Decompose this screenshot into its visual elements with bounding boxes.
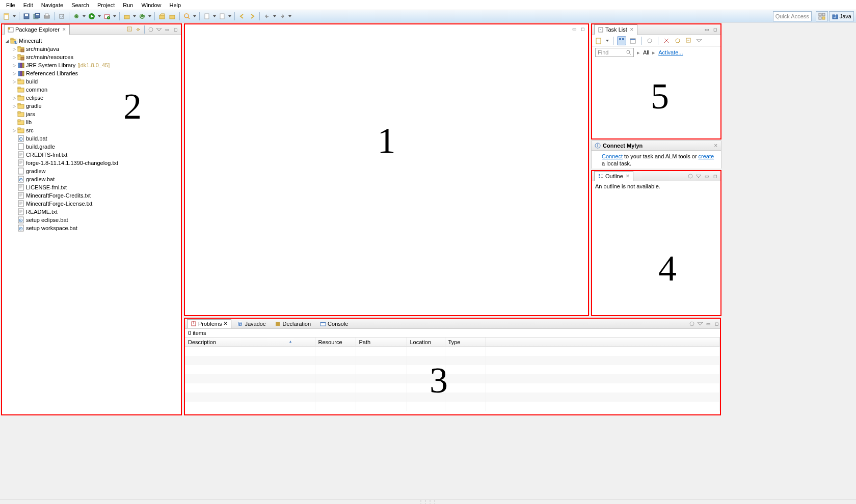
collapse-icon[interactable]: ◢ (4, 39, 10, 43)
expand-icon[interactable]: ▸ (652, 49, 655, 56)
expand-icon[interactable]: ▷ (11, 55, 17, 60)
menu-search[interactable]: Search (67, 1, 93, 9)
dropdown-icon[interactable] (212, 12, 217, 21)
print-icon[interactable] (42, 12, 51, 21)
tree-item[interactable]: build.bat (2, 134, 181, 143)
tree-item[interactable]: setup workspace.bat (2, 224, 181, 232)
tree-item[interactable]: build.gradle (2, 143, 181, 151)
new-class-icon[interactable]: C (138, 12, 147, 21)
connect-link[interactable]: Connect (602, 153, 623, 159)
view-menu-icon[interactable] (695, 173, 702, 180)
expand-icon[interactable]: ▷ (11, 47, 17, 51)
menu-help[interactable]: Help (166, 1, 185, 9)
expand-icon[interactable]: ▷ (11, 104, 17, 108)
column-location[interactable]: Location (407, 338, 445, 347)
outline-tab[interactable]: Outline ✕ (594, 171, 633, 181)
menu-window[interactable]: Window (137, 1, 165, 9)
collapse-all-icon[interactable] (126, 26, 133, 33)
toggle-mark-icon[interactable] (202, 12, 211, 21)
link-editor-icon[interactable] (135, 26, 142, 33)
menu-navigate[interactable]: Navigate (37, 1, 67, 9)
problems-table[interactable]: Description ▴ Resource Path Location Typ… (185, 337, 720, 411)
minimize-icon[interactable]: ▭ (571, 25, 578, 33)
dropdown-icon[interactable] (605, 36, 609, 45)
new-dropdown-icon[interactable] (12, 12, 16, 21)
expand-icon[interactable]: ▷ (11, 71, 17, 76)
dropdown-icon[interactable] (273, 12, 277, 21)
create-link[interactable]: create (699, 153, 714, 159)
view-menu-icon[interactable] (697, 320, 704, 327)
minimize-icon[interactable]: ▭ (703, 26, 710, 33)
focus-task-icon[interactable] (147, 26, 154, 33)
maximize-icon[interactable]: ◻ (579, 25, 586, 33)
menu-project[interactable]: Project (93, 1, 119, 9)
tree-item[interactable]: common (2, 86, 181, 94)
categorized-icon[interactable] (617, 36, 626, 45)
close-icon[interactable]: ✕ (714, 143, 718, 148)
tree-item[interactable]: gradlew (2, 167, 181, 175)
open-task-icon[interactable] (168, 12, 177, 21)
tree-item[interactable]: CREDITS-fml.txt (2, 151, 181, 159)
run-last-icon[interactable] (102, 12, 112, 21)
sync-icon[interactable] (673, 36, 682, 45)
minimize-icon[interactable]: ▭ (705, 320, 712, 327)
tree-item[interactable]: ▷src/main/resources (2, 53, 181, 61)
focus-icon[interactable] (688, 320, 696, 327)
column-resource[interactable]: Resource (315, 338, 356, 347)
open-perspective-button[interactable] (816, 11, 828, 21)
tree-item[interactable]: ▷Referenced Libraries (2, 69, 181, 77)
expand-icon[interactable]: ▷ (11, 79, 17, 84)
debug-dropdown-icon[interactable] (82, 12, 86, 21)
dropdown-icon[interactable] (132, 12, 137, 21)
view-menu-icon[interactable] (155, 26, 163, 33)
menu-run[interactable]: Run (119, 1, 137, 9)
tree-item[interactable]: lib (2, 118, 181, 126)
column-type[interactable]: Type (445, 338, 486, 347)
menu-edit[interactable]: Edit (19, 1, 37, 9)
find-input[interactable]: Find (595, 48, 634, 57)
run-icon[interactable] (87, 12, 96, 21)
maximize-icon[interactable]: ◻ (711, 26, 718, 33)
dropdown-icon[interactable] (193, 12, 197, 21)
tree-item[interactable]: ▷src (2, 126, 181, 134)
tree-item[interactable]: ▷src/main/java (2, 45, 181, 53)
java-perspective-button[interactable]: J Java (829, 11, 854, 21)
search-icon[interactable] (182, 12, 192, 21)
tree-item[interactable]: README.txt (2, 208, 181, 216)
open-type-icon[interactable] (157, 12, 167, 21)
tree-item[interactable]: MinecraftForge-Credits.txt (2, 191, 181, 200)
column-path[interactable]: Path (356, 338, 407, 347)
resize-handle-icon[interactable]: ⋮⋮⋮⋮ (419, 499, 437, 504)
next-annotation-icon[interactable] (218, 12, 227, 21)
dropdown-icon[interactable] (288, 12, 292, 21)
save-icon[interactable] (22, 12, 31, 21)
quick-access-input[interactable]: Quick Access (773, 11, 812, 21)
dropdown-icon[interactable] (228, 12, 232, 21)
expand-icon[interactable]: ▸ (637, 49, 640, 56)
run-dropdown-icon[interactable] (97, 12, 101, 21)
run-last-dropdown-icon[interactable] (113, 12, 117, 21)
new-task-icon[interactable] (594, 36, 603, 45)
package-explorer-tab[interactable]: Package Explorer ✕ (4, 24, 70, 35)
tree-item[interactable]: gradlew.bat (2, 175, 181, 183)
tree-item[interactable]: jars (2, 110, 181, 118)
new-package-icon[interactable] (122, 12, 131, 21)
save-all-icon[interactable] (32, 12, 41, 21)
nav-back-icon[interactable] (262, 12, 272, 21)
expand-icon[interactable]: ▷ (11, 63, 17, 68)
focus-icon[interactable] (645, 36, 654, 45)
nav-forward-icon[interactable] (278, 12, 287, 21)
console-tab[interactable]: Console (316, 319, 352, 328)
tree-item[interactable]: forge-1.8-11.14.1.1390-changelog.txt (2, 159, 181, 167)
tree-item[interactable]: LICENSE-fml.txt (2, 183, 181, 191)
focus-icon[interactable] (687, 173, 694, 180)
tree-project-root[interactable]: ◢ J Minecraft (2, 37, 181, 45)
dropdown-icon[interactable] (148, 12, 152, 21)
activate-link[interactable]: Activate... (658, 49, 683, 55)
close-icon[interactable]: ✕ (62, 27, 66, 32)
task-list-tab[interactable]: Task List ✕ (594, 24, 637, 35)
project-tree[interactable]: ◢ J Minecraft ▷src/main/java▷src/main/re… (2, 35, 181, 234)
tree-item[interactable]: ▷eclipse (2, 94, 181, 102)
debug-icon[interactable] (72, 12, 81, 21)
new-icon[interactable] (2, 12, 11, 21)
